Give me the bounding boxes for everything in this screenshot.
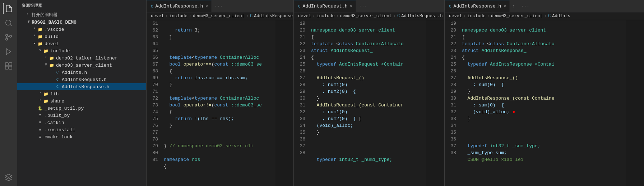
code-line: namespace ros [164, 157, 200, 162]
extensions-icon[interactable] [3, 60, 14, 72]
code-line: , num2(0) { [311, 89, 356, 94]
minimap-1 [275, 20, 293, 186]
chevron-right-icon: › [32, 34, 37, 39]
code-line: (void)_alloc; [311, 123, 353, 128]
tab-addints-response-3[interactable]: C AddIntsResponse.h × [445, 0, 510, 12]
pane2-breadcrumb: devel › include › demo03_server_client ›… [294, 13, 444, 20]
code-line: AddIntsResponse_() [462, 75, 518, 81]
folder-icon: 📁 [49, 62, 55, 68]
svg-point-0 [6, 20, 11, 25]
folder-icon: 📁 [49, 55, 55, 61]
c-file-tab-icon: C [151, 4, 153, 9]
more-tabs-button-3[interactable]: ··· [518, 0, 532, 12]
code-line: { [311, 55, 314, 60]
tab-label: AddIntsRequest.h [303, 4, 348, 9]
editor-pane-3: C AddIntsResponse.h × ↑ ··· devel › incl… [445, 0, 644, 186]
sidebar-item-setup-util[interactable]: › 🐍 _setup_util.py [17, 105, 146, 112]
minimap-3 [626, 20, 644, 186]
sidebar-item-lib[interactable]: › 📁 lib [17, 90, 146, 97]
code-line: typedef int32_t _num1_type; [311, 157, 392, 162]
breadcrumb-include: include [169, 14, 187, 19]
code-line: } [462, 116, 470, 121]
sidebar-item-demo02[interactable]: › 📁 demo02_talker_listener [17, 54, 146, 62]
code-line: namespace demo03_server_client [311, 28, 395, 33]
c-file-icon: C [55, 70, 60, 75]
sidebar-item-built-by[interactable]: › ≡ .built_by [17, 112, 146, 119]
code-line: AddIntsRequest_() [311, 75, 364, 81]
pane2-content[interactable]: 1920212223 2425262728 2930313233 3435363… [294, 20, 444, 186]
line-numbers-1: 6162636465 6667686970 7172737475 7677787… [147, 20, 161, 186]
breadcrumb-sep3: › [544, 14, 547, 19]
sidebar-item-addints[interactable]: › C AddInts.h [17, 69, 146, 76]
chevron-right-icon: › [32, 27, 37, 32]
sidebar-item-share[interactable]: › 📁 share [17, 97, 146, 105]
close-tab-button[interactable]: × [349, 4, 352, 9]
sidebar-item-devel[interactable]: ∨ 📁 devel [17, 40, 146, 47]
breadcrumb-filename3: AddInts [552, 14, 570, 19]
code-line: struct AddIntsResponse_ [462, 48, 526, 53]
chevron-down-icon: ∨ [32, 41, 37, 47]
code-line: : num1(0) [311, 82, 347, 87]
editor-pane-2: C AddIntsRequest.h × ··· devel › include… [294, 0, 445, 186]
tab-label: AddIntsResponse.h [156, 4, 203, 9]
code-line: } [462, 89, 470, 94]
svg-point-2 [6, 38, 8, 40]
folder-icon: 📁 [37, 34, 43, 39]
folder-icon: 📁 [37, 41, 43, 47]
pane3-content[interactable]: 1920212223 2425262728 2930313233 3435363… [445, 20, 644, 186]
code-line: : sum(0) { [462, 102, 504, 108]
breadcrumb-c-icon2: C [397, 14, 400, 19]
code-line: struct AddIntsRequest_ [311, 48, 373, 53]
breadcrumb-include2: include [316, 14, 334, 19]
run-icon[interactable] [3, 46, 14, 57]
c-file-icon: C [55, 77, 60, 82]
sidebar-item-addints-response[interactable]: › C AddIntsResponse.h [17, 83, 146, 90]
code-line: { [462, 34, 465, 40]
sidebar-item-include[interactable]: ∨ 📁 include [17, 47, 146, 54]
code-line: bool operator==(const ::demo03_se [164, 62, 262, 67]
code-line: AddIntsResponse_(const Containe [462, 96, 554, 101]
svg-rect-7 [5, 66, 8, 69]
chevron-down-icon: ∨ [26, 19, 32, 25]
pane1-content[interactable]: 6162636465 6667686970 7172737475 7677787… [147, 20, 293, 186]
sidebar-item-demo03[interactable]: ∨ 📁 demo03_server_client [17, 62, 146, 69]
sidebar-item-catkin[interactable]: › ≡ .catkin [17, 119, 146, 126]
breadcrumb-sep: › [312, 14, 315, 19]
sidebar-item-addints-request[interactable]: › C AddIntsRequest.h [17, 76, 146, 83]
code-line: { [164, 68, 172, 74]
sidebar-item-vscode[interactable]: › 📁 .vscode [17, 26, 146, 33]
breadcrumb-filename: AddIntsResponse [254, 14, 293, 19]
files-icon[interactable] [3, 3, 14, 14]
code-line: } [311, 96, 319, 101]
source-control-icon[interactable] [3, 32, 14, 43]
breadcrumb-sep3: › [393, 14, 396, 19]
activity-bar [0, 0, 17, 186]
editors-container: C AddIntsResponse.h × ··· devel › includ… [147, 0, 644, 186]
code-line: { [164, 164, 167, 169]
search-icon[interactable] [3, 17, 14, 29]
tab-addints-request[interactable]: C AddIntsRequest.h × [294, 0, 356, 12]
folder-icon: 📁 [43, 48, 49, 54]
pane1-breadcrumb: devel › include › demo03_server_client ›… [147, 13, 293, 20]
close-tab-button[interactable]: × [503, 4, 506, 9]
upload-action-button[interactable]: ↑ [510, 0, 518, 12]
tab-addints-response-1[interactable]: C AddIntsResponse.h × [147, 0, 212, 12]
close-tab-button[interactable]: × [205, 4, 208, 9]
sidebar-item-build[interactable]: › 📁 build [17, 33, 146, 40]
minimap-2 [426, 20, 444, 186]
open-editors-section[interactable]: › 打开的编辑器 [17, 11, 146, 19]
code-line: } [164, 34, 172, 40]
c-file-tab-icon: C [298, 4, 301, 9]
editor-area: C AddIntsResponse.h × ··· devel › includ… [147, 0, 644, 186]
sidebar-item-cmake-lock[interactable]: › ≡ cmake.lock [17, 133, 146, 140]
code-line: template <class ContainerAllocato [311, 41, 403, 47]
code-line: return !(lhs == rhs); [164, 116, 234, 121]
breadcrumb-c-icon3: C [548, 14, 551, 19]
root-folder[interactable]: ∨ ROS02_BASIC_DEMO [17, 19, 146, 26]
chevron-down-icon: ∨ [43, 62, 49, 68]
more-tabs-button[interactable]: ··· [212, 0, 226, 12]
chevron-right-icon: › [37, 91, 43, 97]
remote-icon[interactable] [3, 172, 14, 183]
more-tabs-button-2[interactable]: ··· [356, 0, 370, 12]
sidebar-item-rosinstall[interactable]: › ≡ .rosinstall [17, 126, 146, 133]
